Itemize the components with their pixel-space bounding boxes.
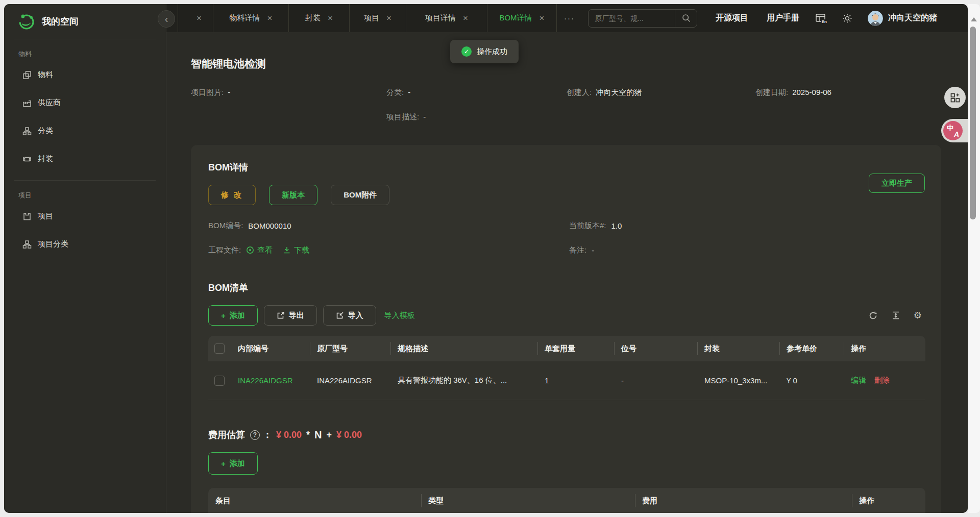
search-button[interactable] — [675, 10, 697, 27]
refresh-button[interactable] — [868, 311, 878, 321]
cost-estimate-title: 费用估算 — [208, 429, 245, 441]
supplier-icon — [22, 99, 32, 108]
internal-number-link[interactable]: INA226AIDGSR — [231, 376, 310, 385]
theme-toggle-button[interactable] — [842, 13, 852, 23]
produce-now-button[interactable]: 立即生产 — [869, 174, 925, 193]
add-item-button[interactable]: + 添加 — [208, 305, 258, 326]
engineering-file-label: 工程文件: — [208, 245, 241, 255]
export-label: 导出 — [289, 311, 304, 321]
tab-bar: × 物料详情 × 封装 × 项目 × 项目详情 × BOM详情 × — [178, 4, 557, 32]
field-label: 创建人: — [567, 88, 592, 96]
cost-times-operator: * — [306, 430, 310, 440]
help-icon[interactable]: ? — [250, 430, 260, 440]
tab-label: 物料详情 — [230, 13, 260, 23]
sidebar-item-project-categories[interactable]: 项目分类 — [4, 230, 166, 258]
app-logo-icon — [17, 12, 36, 31]
close-icon[interactable]: × — [463, 14, 468, 22]
bom-list-toolbar: + 添加 导出 导入 导入模板 — [208, 305, 924, 326]
scrollbar-up-arrow-icon[interactable] — [971, 17, 977, 21]
export-button[interactable]: 导出 — [264, 305, 317, 326]
table-settings-button[interactable]: ⚙ — [914, 310, 922, 321]
sidebar-item-categories[interactable]: 分类 — [4, 117, 166, 145]
cost-estimate-header: 费用估算 ? ： ¥ 0.00 * N + ¥ 0.00 — [208, 429, 924, 441]
close-icon[interactable]: × — [328, 14, 333, 22]
sidebar-item-materials[interactable]: 物料 — [4, 61, 166, 89]
export-icon — [277, 311, 285, 319]
table-row: INA226AIDGSR INA226AIDGSR 具有警报功能的 36V、16… — [208, 361, 925, 400]
sidebar-header: 我的空间 — [4, 4, 166, 38]
cost-plus-operator: + — [327, 430, 332, 440]
refresh-icon — [868, 311, 878, 321]
sidebar-item-suppliers[interactable]: 供应商 — [4, 89, 166, 117]
tab-label: 项目 — [364, 13, 379, 23]
close-icon[interactable]: × — [540, 14, 545, 22]
import-template-link[interactable]: 导入模板 — [384, 311, 415, 321]
column-header: 操作 — [844, 336, 925, 361]
bom-detail-fields: BOM编号: BOM000010 当前版本#: 1.0 工程文件: 查看 — [208, 218, 924, 257]
view-file-link[interactable]: 查看 — [246, 245, 273, 255]
sidebar-item-label: 项目 — [38, 211, 53, 221]
tab-label: BOM详情 — [499, 13, 532, 23]
modify-button[interactable]: 修 改 — [208, 185, 256, 205]
tab-project[interactable]: 项目 × — [350, 4, 406, 32]
sidebar-item-packages[interactable]: 封装 — [4, 145, 166, 173]
username[interactable]: 冲向天空的猪 — [888, 13, 937, 23]
close-icon[interactable]: × — [267, 14, 273, 22]
field-label: 项目图片: — [191, 88, 224, 96]
close-icon[interactable]: × — [197, 14, 202, 22]
delete-link[interactable]: 删除 — [874, 376, 890, 385]
select-all-checkbox[interactable] — [214, 343, 225, 354]
bom-list-title: BOM清单 — [208, 282, 924, 294]
tab-label: 封装 — [305, 13, 321, 23]
manufacturer-part-number: INA226AIDGSR — [310, 376, 390, 385]
sidebar-item-label: 供应商 — [38, 98, 61, 108]
sidebar-collapse-button[interactable]: ‹ — [158, 10, 175, 28]
sidebar-item-label: 分类 — [38, 126, 53, 136]
avatar[interactable] — [868, 11, 883, 26]
row-height-button[interactable] — [891, 311, 900, 320]
tab-bom-detail[interactable]: BOM详情 × — [487, 4, 557, 32]
field-creator: 创建人:冲向天空的猪 — [567, 88, 642, 97]
edit-link[interactable]: 编辑 — [851, 376, 866, 385]
row-checkbox[interactable] — [214, 376, 225, 386]
new-version-button[interactable]: 新版本 — [269, 185, 317, 205]
bom-detail-title: BOM详情 — [208, 161, 924, 174]
chevron-left-icon: ‹ — [165, 14, 168, 24]
bom-attachment-button[interactable]: BOM附件 — [331, 185, 389, 205]
field-project-image: 项目图片:- — [191, 88, 230, 97]
workspace-title: 我的空间 — [42, 15, 79, 28]
close-icon[interactable]: × — [386, 14, 391, 22]
field-category: 分类:- — [386, 88, 410, 97]
download-file-link[interactable]: 下载 — [283, 245, 309, 255]
tab-truncated[interactable]: × — [178, 4, 213, 32]
language-toggle-button[interactable]: En — [816, 14, 826, 23]
tab-package[interactable]: 封装 × — [289, 4, 350, 32]
tab-material-detail[interactable]: 物料详情 × — [213, 4, 289, 32]
package-icon — [22, 155, 32, 164]
cost-fixed-price: ¥ 0.00 — [336, 430, 362, 440]
search-input[interactable] — [589, 14, 675, 22]
material-icon — [22, 70, 32, 80]
import-button[interactable]: 导入 — [323, 305, 376, 326]
translate-button[interactable]: 中 A — [943, 121, 963, 140]
widgets-fab-button[interactable] — [944, 87, 966, 108]
main-content: 智能锂电池检测 项目图片:- 分类:- 创建人:冲向天空的猪 创建日期:2025… — [166, 32, 968, 513]
translate-zh-glyph: 中 — [947, 124, 953, 133]
translate-a-glyph: A — [954, 130, 959, 138]
field-label: 分类: — [386, 88, 404, 96]
add-cost-button[interactable]: + 添加 — [208, 452, 258, 475]
column-header: 内部编号 — [231, 336, 310, 361]
version-label: 当前版本#: — [569, 221, 606, 231]
open-source-link[interactable]: 开源项目 — [716, 13, 748, 23]
view-file-label: 查看 — [257, 245, 273, 255]
scrollbar-thumb[interactable] — [970, 27, 976, 219]
user-manual-link[interactable]: 用户手册 — [767, 13, 799, 23]
sidebar-item-projects[interactable]: 项目 — [4, 202, 166, 230]
cost-colon: ： — [263, 429, 272, 441]
window-scrollbar[interactable] — [968, 4, 980, 513]
more-tabs-icon[interactable]: ··· — [564, 14, 575, 22]
tab-label: 项目详情 — [425, 13, 456, 23]
tab-project-detail[interactable]: 项目详情 × — [406, 4, 487, 32]
translate-fab-wrap: 中 A — [941, 119, 968, 142]
sidebar-section-projects: 项目 — [4, 181, 166, 202]
